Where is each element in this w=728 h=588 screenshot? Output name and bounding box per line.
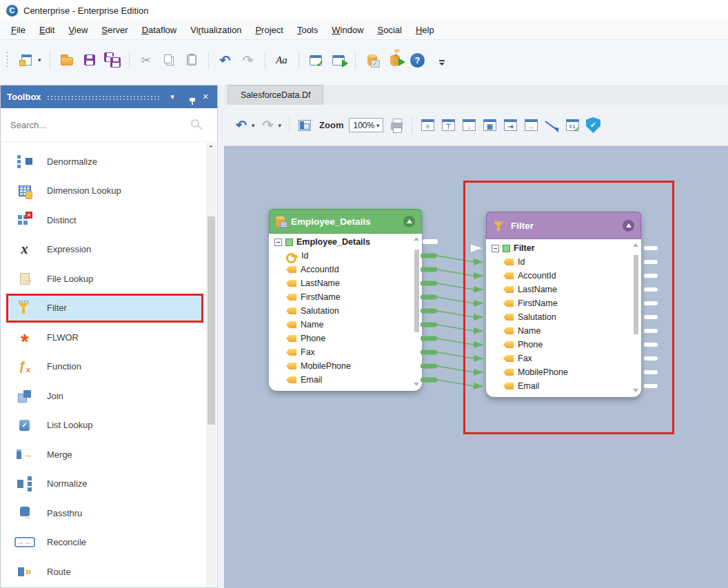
field-name: Fax [301, 347, 315, 357]
menu-item[interactable]: Server [94, 22, 134, 38]
scroll-up-icon[interactable]: ⌃ [208, 145, 214, 152]
layout-vertical-button[interactable] [441, 117, 456, 134]
help-icon [410, 53, 425, 68]
preview-data-button[interactable] [565, 117, 580, 134]
employee-node-header[interactable]: Employee_Details [269, 209, 422, 234]
menu-item[interactable]: Project [248, 22, 290, 38]
toolbox-item[interactable]: FLWOR [6, 323, 203, 352]
verify-dataflow-button[interactable] [585, 117, 600, 134]
paste-button[interactable] [183, 51, 200, 69]
toolbox-item-label: Distinct [47, 215, 77, 225]
toolbox-item[interactable]: Function [6, 352, 203, 382]
expand-all-nodes-button[interactable] [523, 117, 538, 134]
field-row[interactable]: Name [274, 318, 418, 332]
canvas-redo-caret[interactable]: ▾ [279, 122, 282, 129]
canvas-undo-caret[interactable]: ▾ [252, 122, 255, 129]
expand-node-button[interactable] [482, 117, 497, 134]
tab-salesforcedata[interactable]: SalesforceData.Df [228, 85, 323, 105]
toolbox-item-label: Passthru [47, 508, 82, 518]
zoom-select[interactable]: 100%▾ [349, 118, 383, 132]
expand-all-nodes-icon [525, 119, 538, 131]
dataflow-canvas[interactable]: Employee_Details Employee_Details [224, 146, 728, 588]
employee-details-node[interactable]: Employee_Details Employee_Details [269, 209, 422, 391]
toolbox-item[interactable]: Join [6, 381, 203, 411]
field-row[interactable]: Email [274, 373, 418, 387]
toolbox-item[interactable]: Merge [6, 440, 203, 469]
field-name: AccountId [301, 265, 339, 274]
toolbox-item[interactable]: Reconcile [6, 528, 203, 558]
toolbox-item[interactable]: Denormalize [6, 147, 203, 176]
layout-vertical-icon [442, 119, 455, 131]
toolbar-grip[interactable] [6, 51, 9, 69]
toolbox-menu-caret[interactable]: ▾ [167, 92, 178, 101]
field-row[interactable]: Salutation [274, 304, 418, 318]
toolbox-item[interactable]: List Lookup [6, 411, 203, 440]
cut-button[interactable]: ✂ [138, 51, 154, 69]
search-input[interactable] [10, 120, 176, 130]
field-row[interactable]: FirstName [274, 290, 418, 304]
straight-link-button[interactable] [544, 117, 559, 134]
toolbox-scroll-thumb[interactable] [208, 216, 215, 425]
auto-layout-button[interactable] [461, 117, 476, 134]
redo-button[interactable]: ↷ [240, 51, 256, 69]
toolbox-item[interactable]: Dimension Lookup [6, 176, 203, 206]
database-browse-button[interactable] [364, 51, 381, 69]
canvas-redo-button[interactable]: ↷ [261, 117, 276, 134]
fit-to-window-button[interactable] [297, 117, 312, 134]
field-row[interactable]: Id [274, 249, 418, 263]
new-dataflow-button[interactable] [18, 51, 34, 69]
close-icon[interactable]: ✕ [200, 92, 211, 101]
node-scroll-thumb[interactable] [414, 250, 419, 332]
redo-icon: ↷ [243, 52, 254, 68]
menu-item[interactable]: Edit [32, 22, 61, 38]
field-row[interactable]: Fax [274, 345, 418, 359]
print-button[interactable] [389, 117, 404, 134]
collapse-tree-icon[interactable] [274, 239, 282, 246]
field-row[interactable]: MobilePhone [274, 359, 418, 373]
canvas-undo-button[interactable]: ↶ [234, 117, 249, 134]
layout-horizontal-button[interactable] [420, 117, 435, 134]
toolbox-item[interactable]: Filter [6, 294, 203, 323]
help-button[interactable] [410, 51, 426, 69]
menu-item[interactable]: Dataflow [135, 22, 184, 38]
menu-item[interactable]: File [4, 22, 32, 38]
undo-button[interactable]: ↶ [217, 51, 234, 69]
database-deploy-button[interactable] [387, 51, 403, 69]
toolbox-item[interactable]: Route [6, 557, 203, 587]
verify-button[interactable] [307, 51, 324, 69]
save-all-button[interactable] [104, 52, 121, 68]
node-scroll-up-icon[interactable] [414, 237, 419, 241]
field-row[interactable]: LastName [274, 276, 418, 290]
field-icon [286, 335, 296, 342]
employee-root-row[interactable]: Employee_Details [274, 235, 418, 249]
root-node-icon [285, 239, 293, 246]
copy-button[interactable] [161, 51, 177, 69]
menu-item[interactable]: Window [325, 22, 370, 38]
menu-item[interactable]: Tools [290, 22, 325, 38]
toolbox-item[interactable]: File Lookup [6, 264, 203, 294]
toolbox-item-label: Expression [47, 244, 91, 254]
field-icon [286, 252, 297, 260]
toolbox-item[interactable]: Distinct [6, 205, 203, 235]
field-name: MobilePhone [301, 361, 351, 371]
collapse-node-toggle[interactable] [403, 216, 415, 227]
menu-item[interactable]: Virtualization [183, 22, 248, 38]
menu-item[interactable]: View [61, 22, 94, 38]
toolbox-item[interactable]: Passthru [6, 498, 203, 528]
menu-item[interactable]: Help [409, 22, 441, 38]
field-row[interactable]: Phone [274, 332, 418, 345]
collapse-node-button[interactable] [503, 117, 518, 134]
font-button[interactable]: Aa [274, 51, 290, 69]
field-name: Phone [301, 334, 325, 343]
node-scroll-down-icon[interactable] [414, 383, 419, 386]
start-dataflow-button[interactable] [330, 51, 347, 69]
save-button[interactable] [81, 51, 98, 69]
open-button[interactable] [59, 51, 75, 69]
toolbox-item[interactable]: Normalize [6, 469, 203, 499]
toolbox-item[interactable]: Expression [6, 235, 203, 265]
menu-item[interactable]: Social [371, 22, 409, 38]
toolbox-scrollbar[interactable]: ⌃ [206, 143, 216, 587]
toolbar-overflow-button[interactable] [439, 60, 445, 65]
field-row[interactable]: AccountId [274, 263, 418, 276]
new-dropdown-caret[interactable]: ▾ [38, 57, 41, 63]
